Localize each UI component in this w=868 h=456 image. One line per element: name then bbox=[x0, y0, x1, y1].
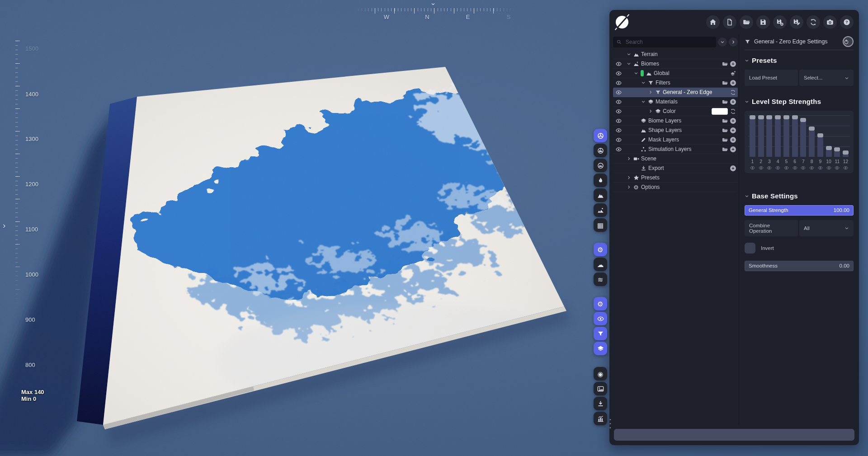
collapse-all-button[interactable] bbox=[718, 38, 727, 47]
level-step-bar[interactable] bbox=[817, 133, 823, 157]
bar-eye-toggle[interactable] bbox=[809, 165, 814, 170]
tree-row-export[interactable]: Export+ bbox=[613, 164, 738, 173]
expand-all-button[interactable] bbox=[729, 38, 738, 47]
tree-chevron[interactable] bbox=[627, 156, 633, 161]
level-step-bar[interactable] bbox=[783, 115, 789, 157]
add-item-button[interactable]: + bbox=[730, 165, 736, 171]
tree-chevron[interactable] bbox=[648, 90, 655, 94]
panel-resize-handle[interactable]: ••• bbox=[609, 418, 611, 430]
shaded-view-button[interactable] bbox=[594, 144, 607, 157]
group-folder-button[interactable] bbox=[722, 80, 728, 86]
left-panel-expand-arrow[interactable]: › bbox=[3, 221, 5, 230]
bar-handle[interactable] bbox=[809, 127, 815, 131]
contour-view-button[interactable] bbox=[594, 159, 607, 172]
load-preset-dropdown[interactable]: Select... bbox=[799, 70, 854, 86]
filters-button[interactable] bbox=[594, 327, 607, 340]
eye-toggle[interactable] bbox=[616, 80, 627, 86]
tree-row-simulation-layers[interactable]: Simulation Layers+ bbox=[613, 145, 738, 154]
eye-toggle[interactable] bbox=[616, 61, 627, 67]
save-as-button[interactable] bbox=[773, 15, 787, 29]
import-button[interactable] bbox=[594, 397, 607, 410]
tree-chevron[interactable] bbox=[634, 71, 641, 75]
group-folder-button[interactable] bbox=[722, 127, 728, 133]
save-edit-button[interactable] bbox=[790, 15, 803, 29]
new-file-button[interactable] bbox=[723, 15, 736, 29]
level-steps-section-header[interactable]: Level Step Strengths bbox=[745, 98, 854, 105]
tree-row-biomes[interactable]: Biomes+ bbox=[613, 59, 738, 69]
tree-row-terrain[interactable]: Terrain bbox=[613, 50, 738, 59]
tree-row-filters[interactable]: Filters+ bbox=[613, 78, 738, 88]
smoothness-slider[interactable]: Smoothness 0.00 bbox=[745, 261, 854, 271]
presets-section-header[interactable]: Presets bbox=[745, 56, 854, 64]
level-step-bar[interactable] bbox=[826, 146, 832, 157]
level-step-bar[interactable] bbox=[775, 115, 781, 157]
tree-row-shape-layers[interactable]: Shape Layers+ bbox=[613, 126, 738, 135]
bar-eye-toggle[interactable] bbox=[843, 165, 848, 170]
invert-checkbox[interactable] bbox=[745, 243, 755, 254]
eye-toggle[interactable] bbox=[616, 71, 627, 76]
tree-row-color[interactable]: Color bbox=[613, 107, 738, 116]
screenshot-button[interactable] bbox=[823, 15, 837, 29]
tree-chevron[interactable] bbox=[627, 52, 633, 56]
tree-chevron[interactable] bbox=[641, 99, 648, 104]
bar-handle[interactable] bbox=[775, 115, 781, 119]
level-step-bar[interactable] bbox=[834, 147, 840, 157]
tree-chevron[interactable] bbox=[627, 175, 633, 180]
bar-handle[interactable] bbox=[750, 115, 755, 119]
layers-button[interactable] bbox=[594, 342, 607, 355]
eye-toggle[interactable] bbox=[616, 127, 627, 133]
render-view-button[interactable] bbox=[594, 129, 607, 142]
tree-row-materials[interactable]: Materials+ bbox=[613, 97, 738, 107]
scene-view-button[interactable] bbox=[594, 203, 607, 217]
bar-eye-toggle[interactable] bbox=[784, 165, 789, 170]
bar-eye-toggle[interactable] bbox=[775, 165, 780, 170]
eye-toggle[interactable] bbox=[616, 99, 627, 105]
bar-handle[interactable] bbox=[758, 115, 764, 119]
tree-row-global[interactable]: Global bbox=[613, 69, 738, 78]
heatmap-view-button[interactable] bbox=[594, 174, 607, 187]
tree-row-presets[interactable]: Presets bbox=[613, 173, 738, 183]
bar-eye-toggle[interactable] bbox=[818, 165, 823, 170]
record-button[interactable]: ◉ bbox=[594, 367, 607, 381]
tree-chevron[interactable] bbox=[627, 185, 633, 189]
bar-eye-toggle[interactable] bbox=[801, 165, 806, 170]
refresh-button[interactable] bbox=[730, 89, 736, 95]
bar-eye-toggle[interactable] bbox=[767, 165, 772, 170]
tree-chevron[interactable] bbox=[641, 80, 648, 85]
eye-toggle[interactable] bbox=[616, 118, 627, 124]
level-step-bar[interactable] bbox=[843, 150, 849, 157]
base-settings-section-header[interactable]: Base Settings bbox=[745, 192, 854, 200]
clouds-button[interactable]: ☁ bbox=[594, 258, 607, 271]
settings-button[interactable]: ⚙ bbox=[594, 243, 607, 256]
add-layer-button[interactable] bbox=[730, 71, 736, 76]
bar-handle[interactable] bbox=[766, 115, 772, 119]
eye-toggle[interactable] bbox=[616, 137, 627, 143]
bar-eye-toggle[interactable] bbox=[826, 165, 831, 170]
open-project-button[interactable] bbox=[740, 15, 753, 29]
eye-toggle[interactable] bbox=[616, 108, 627, 114]
refresh-button[interactable] bbox=[730, 108, 736, 114]
water-button[interactable]: ≋ bbox=[594, 273, 607, 286]
tree-row-scene[interactable]: Scene bbox=[613, 154, 738, 164]
sync-button[interactable] bbox=[807, 15, 820, 29]
bar-handle[interactable] bbox=[826, 146, 832, 150]
group-folder-button[interactable] bbox=[722, 61, 728, 67]
bar-handle[interactable] bbox=[800, 118, 806, 122]
combine-operation-dropdown[interactable]: All bbox=[799, 220, 854, 236]
level-step-bar[interactable] bbox=[800, 118, 806, 157]
tree-row-options[interactable]: ⚙Options bbox=[613, 183, 738, 192]
tree-row-general-zero-edge[interactable]: General - Zero Edge bbox=[613, 88, 738, 97]
app-logo[interactable] bbox=[614, 14, 630, 30]
add-item-button[interactable]: + bbox=[730, 137, 736, 143]
bar-handle[interactable] bbox=[843, 150, 849, 155]
bar-handle[interactable] bbox=[834, 147, 840, 151]
bar-handle[interactable] bbox=[783, 115, 789, 119]
group-folder-button[interactable] bbox=[722, 137, 728, 143]
level-step-bar[interactable] bbox=[750, 115, 755, 157]
bar-handle[interactable] bbox=[817, 133, 823, 137]
add-item-button[interactable]: + bbox=[730, 127, 736, 133]
add-item-button[interactable]: + bbox=[730, 118, 736, 124]
add-item-button[interactable]: + bbox=[730, 80, 736, 86]
bar-eye-toggle[interactable] bbox=[750, 165, 755, 170]
group-folder-button[interactable] bbox=[722, 146, 728, 152]
